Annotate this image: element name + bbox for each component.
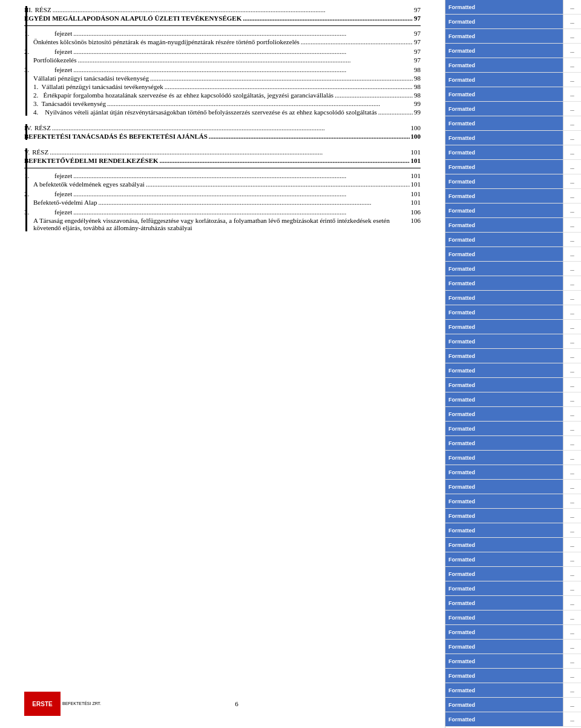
toc-row-v-subtitle: BEFEKTETŐVÉDELMI RENDELKEZÉSEK 101 xyxy=(24,157,421,164)
sidebar-item-24[interactable]: Formatted... xyxy=(445,349,581,363)
sidebar-item-12[interactable]: Formatted... xyxy=(445,174,581,189)
sidebar-item-8[interactable]: Formatted... xyxy=(445,116,581,131)
sidebar-dots-9: ... xyxy=(563,131,581,145)
logo-subtext: BEFEKTETÉSI ZRT. xyxy=(62,701,101,706)
sidebar-item-39[interactable]: Formatted... xyxy=(445,567,581,581)
sidebar-item-11[interactable]: Formatted... xyxy=(445,160,581,174)
dots-v2-e1 xyxy=(98,199,409,206)
sidebar-label-10: Formatted xyxy=(445,145,563,159)
sidebar-item-36[interactable]: Formatted... xyxy=(445,523,581,538)
sidebar-label-33: Formatted xyxy=(445,480,563,494)
sidebar-label-31: Formatted xyxy=(445,451,563,465)
sidebar-item-14[interactable]: Formatted... xyxy=(445,204,581,218)
sidebar-item-46[interactable]: Formatted... xyxy=(445,669,581,683)
sidebar-label-39: Formatted xyxy=(445,567,563,581)
sidebar-label-21: Formatted xyxy=(445,305,563,319)
sidebar-item-49[interactable]: Formatted... xyxy=(445,712,581,727)
page-iv-1: 100 xyxy=(411,124,421,131)
sidebar-dots-47: ... xyxy=(563,683,581,697)
section-v: V. RÉSZ 101 BEFEKTETŐVÉDELMI RENDELKEZÉS… xyxy=(24,148,421,231)
dots-ch2 xyxy=(73,48,413,55)
sidebar-item-23[interactable]: Formatted... xyxy=(445,334,581,349)
sidebar-item-1[interactable]: Formatted... xyxy=(445,15,581,29)
sidebar-item-3[interactable]: Formatted... xyxy=(445,44,581,58)
sidebar-label-14: Formatted xyxy=(445,204,563,217)
sidebar-item-38[interactable]: Formatted... xyxy=(445,552,581,567)
sidebar-item-40[interactable]: Formatted... xyxy=(445,581,581,596)
dots-ch3-e0 xyxy=(150,74,413,82)
sidebar-dots-23: ... xyxy=(563,334,581,348)
sidebar-item-33[interactable]: Formatted... xyxy=(445,480,581,494)
toc-row-iv-title: IV. RÉSZ 100 xyxy=(24,124,421,131)
sidebar-item-17[interactable]: Formatted... xyxy=(445,247,581,262)
dots-ch3-e2 xyxy=(335,91,413,99)
sidebar-item-22[interactable]: Formatted... xyxy=(445,320,581,334)
sidebar-dots-35: ... xyxy=(563,509,581,523)
sidebar-item-42[interactable]: Formatted... xyxy=(445,611,581,625)
sidebar-item-31[interactable]: Formatted... xyxy=(445,451,581,465)
sidebar-item-10[interactable]: Formatted... xyxy=(445,145,581,160)
ch3-entry-1: 1. Vállalati pénzügyi tanácsadási tevéke… xyxy=(24,83,421,90)
sidebar-item-6[interactable]: Formatted... xyxy=(445,87,581,102)
sidebar-item-28[interactable]: Formatted... xyxy=(445,407,581,422)
sidebar-item-41[interactable]: Formatted... xyxy=(445,596,581,611)
sidebar-item-44[interactable]: Formatted... xyxy=(445,640,581,654)
sidebar-item-35[interactable]: Formatted... xyxy=(445,509,581,523)
sidebar-label-49: Formatted xyxy=(445,712,563,726)
sidebar-item-43[interactable]: Formatted... xyxy=(445,625,581,640)
section-subtitle-iv: BEFEKTETÉSI TANÁCSADÁS ÉS BEFEKTETÉSI AJ… xyxy=(24,133,208,140)
sidebar-item-48[interactable]: Formatted... xyxy=(445,698,581,712)
sidebar-label-25: Formatted xyxy=(445,363,563,377)
sidebar-label-37: Formatted xyxy=(445,538,563,552)
sidebar-item-9[interactable]: Formatted... xyxy=(445,131,581,145)
sidebar-item-0[interactable]: Formatted... xyxy=(445,0,581,15)
sidebar-item-4[interactable]: Formatted... xyxy=(445,58,581,73)
sidebar-item-32[interactable]: Formatted... xyxy=(445,465,581,480)
ch3-entry-4: 4. Nyilvános vételi ajánlat útján részvé… xyxy=(24,108,421,116)
sidebar-item-34[interactable]: Formatted... xyxy=(445,494,581,509)
sidebar-label-40: Formatted xyxy=(445,581,563,595)
sidebar-item-15[interactable]: Formatted... xyxy=(445,218,581,233)
sidebar-item-47[interactable]: Formatted... xyxy=(445,683,581,698)
sidebar-label-30: Formatted xyxy=(445,436,563,450)
sidebar-dots-5: ... xyxy=(563,73,581,87)
sidebar-item-26[interactable]: Formatted... xyxy=(445,378,581,392)
sidebar-label-16: Formatted xyxy=(445,233,563,247)
dots-ch2-e1 xyxy=(77,56,413,64)
sidebar-label-24: Formatted xyxy=(445,349,563,363)
sidebar-item-27[interactable]: Formatted... xyxy=(445,392,581,407)
sidebar-item-37[interactable]: Formatted... xyxy=(445,538,581,552)
dots-iii-2 xyxy=(243,15,413,22)
sidebar-item-29[interactable]: Formatted... xyxy=(445,422,581,436)
page-ch1: 97 xyxy=(414,30,421,37)
sidebar-dots-11: ... xyxy=(563,160,581,174)
section-title-v: RÉSZ xyxy=(32,148,48,156)
sidebar-dots-12: ... xyxy=(563,174,581,188)
sidebar-dots-3: ... xyxy=(563,44,581,58)
sidebar-item-20[interactable]: Formatted... xyxy=(445,291,581,305)
sidebar-label-28: Formatted xyxy=(445,407,563,421)
sidebar-label-47: Formatted xyxy=(445,683,563,697)
sidebar-item-25[interactable]: Formatted... xyxy=(445,363,581,378)
sidebar-item-13[interactable]: Formatted... xyxy=(445,189,581,204)
ch3-entry-3-text: 3. Tanácsadói tevékenység xyxy=(33,100,106,107)
sidebar-item-19[interactable]: Formatted... xyxy=(445,276,581,291)
sidebar-dots-20: ... xyxy=(563,291,581,305)
dots-iv-2 xyxy=(209,133,410,140)
sidebar-item-45[interactable]: Formatted... xyxy=(445,654,581,669)
sidebar-item-30[interactable]: Formatted... xyxy=(445,436,581,451)
sidebar-dots-45: ... xyxy=(563,654,581,668)
sidebar-dots-27: ... xyxy=(563,392,581,406)
dots-v2 xyxy=(73,190,409,197)
sidebar-item-2[interactable]: Formatted... xyxy=(445,29,581,44)
sidebar-item-21[interactable]: Formatted... xyxy=(445,305,581,320)
sidebar-label-34: Formatted xyxy=(445,494,563,508)
sidebar-item-16[interactable]: Formatted... xyxy=(445,233,581,247)
sidebar-item-5[interactable]: Formatted... xyxy=(445,73,581,87)
chapter-2-heading: 2. fejezet 97 xyxy=(24,48,421,55)
sidebar-dots-10: ... xyxy=(563,145,581,159)
page-number: 6 xyxy=(101,700,372,707)
sidebar-item-7[interactable]: Formatted... xyxy=(445,102,581,116)
sidebar-item-18[interactable]: Formatted... xyxy=(445,262,581,276)
section-iv: IV. RÉSZ 100 BEFEKTETÉSI TANÁCSADÁS ÉS B… xyxy=(24,124,421,140)
